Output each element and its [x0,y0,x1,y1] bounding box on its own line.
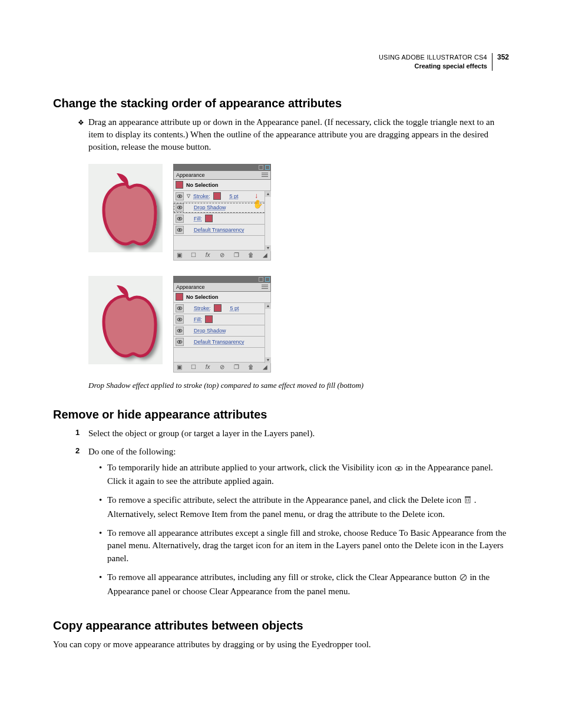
footer-duplicate-icon[interactable]: ❐ [233,252,240,259]
row-default-transparency[interactable]: Default Transparency [173,337,271,348]
svg-line-23 [461,575,465,579]
bullet-clear-appearance: To remove all appearance attributes, inc… [99,571,509,598]
default-transparency-label[interactable]: Default Transparency [194,339,244,345]
footer-swatch-icon[interactable]: ☐ [190,252,197,259]
running-head-title: USING ADOBE ILLUSTRATOR CS4 [379,53,487,62]
svg-point-9 [179,307,181,309]
svg-point-13 [179,330,181,331]
stroke-label[interactable]: Stroke: [194,305,211,311]
footer-resize-icon[interactable]: ◢ [262,364,269,371]
drop-shadow-label[interactable]: Drop Shadow [194,328,226,334]
visibility-toggle[interactable] [176,304,184,312]
svg-point-1 [179,195,181,197]
no-selection-swatch [176,181,183,189]
panel-title-row: Appearance [173,171,271,180]
drag-arrow-icon: ↓ [254,192,258,200]
stroke-swatch[interactable] [214,304,222,312]
scroll-up-icon[interactable]: ▴ [265,303,271,309]
grab-cursor-icon: ✋ [253,199,263,209]
footer-new-art-icon[interactable]: ▣ [176,252,183,259]
panel-close-icon[interactable] [265,277,270,282]
row-no-selection[interactable]: No Selection [173,292,271,303]
page: USING ADOBE ILLUSTRATOR CS4 Creating spe… [0,0,562,693]
panel-scrollbar[interactable]: ▴ ▾ [265,303,271,363]
visibility-toggle[interactable] [176,215,184,223]
footer-fx-icon[interactable]: fx [204,364,211,371]
panel-close-icon[interactable] [265,165,270,170]
svg-point-3 [179,206,181,208]
panel-tabbar [173,276,271,283]
stroke-value[interactable]: 5 pt [230,193,239,199]
row-default-transparency[interactable]: Default Transparency [173,225,271,236]
footer-delete-icon[interactable]: 🗑 [247,252,254,259]
step-2-intro: Do one of the following: [88,446,509,458]
visibility-toggle[interactable] [176,192,184,200]
panel-collapse-icon[interactable] [259,277,263,282]
panel-footer: ▣ ☐ fx ⊘ ❐ 🗑 ◢ [173,362,271,373]
scroll-down-icon[interactable]: ▾ [265,245,271,251]
no-selection-swatch [176,293,183,301]
drop-shadow-label[interactable]: Drop Shadow [194,205,226,210]
footer-resize-icon[interactable]: ◢ [262,252,269,259]
step-1: Select the object or group (or target a … [88,427,509,440]
artwork-apple-stroke-shadow [88,164,163,252]
fill-label[interactable]: Fill: [194,317,202,322]
bullet-remove-specific: To remove a specific attribute, select t… [99,494,509,521]
svg-point-5 [179,218,181,219]
delete-icon [464,495,471,508]
no-selection-label: No Selection [186,294,219,300]
bullet-reduce-basic: To remove all appearance attributes exce… [99,527,509,565]
footer-new-art-icon[interactable]: ▣ [176,364,183,371]
clear-appearance-icon [459,572,467,585]
svg-point-7 [179,229,181,230]
footer-swatch-icon[interactable]: ☐ [190,364,197,371]
footer-delete-icon[interactable]: 🗑 [247,364,254,371]
panel-scrollbar[interactable]: ▴ ▾ [265,191,271,251]
svg-point-17 [398,467,400,470]
panel-menu-icon[interactable] [262,285,268,289]
visibility-toggle[interactable] [176,327,184,335]
stacking-order-text: Drag an appearance attribute up or down … [88,117,494,151]
row-no-selection[interactable]: No Selection [173,180,271,191]
footer-duplicate-icon[interactable]: ❐ [233,364,240,371]
visibility-toggle[interactable] [176,315,184,324]
panel-title-text: Appearance [176,172,205,178]
row-fill[interactable]: Fill: [173,314,271,325]
visibility-toggle[interactable] [176,338,184,346]
figure-appearance-panels: Appearance No Selection ▽ Stroke: [88,164,509,373]
panel-title-text: Appearance [176,284,205,290]
stroke-value[interactable]: 5 pt [230,305,239,311]
panel-menu-icon[interactable] [262,173,268,177]
figure-row-bottom: Appearance No Selection Stroke: 5 pt [88,276,509,373]
svg-point-11 [179,318,181,320]
row-drop-shadow[interactable]: Drop Shadow fx [173,325,271,337]
scroll-up-icon[interactable]: ▴ [265,191,271,197]
default-transparency-label[interactable]: Default Transparency [194,227,244,233]
panel-tabbar [173,164,271,171]
footer-fx-icon[interactable]: fx [204,252,211,259]
visibility-toggle[interactable] [176,203,184,212]
diamond-bullet-icon: ❖ [78,118,84,128]
svg-rect-18 [465,498,470,503]
visibility-toggle[interactable] [176,226,184,234]
running-head-rule [492,53,492,71]
scroll-down-icon[interactable]: ▾ [265,357,271,363]
apple-shape-top [88,164,163,252]
fill-swatch[interactable] [205,315,213,323]
row-fill[interactable]: Fill: [173,213,271,225]
step-2: Do one of the following: To temporarily … [88,446,509,598]
svg-rect-19 [465,496,471,498]
footer-clear-icon[interactable]: ⊘ [219,364,226,371]
stroke-label[interactable]: Stroke: [193,193,210,199]
visibility-icon [395,463,403,476]
fill-label[interactable]: Fill: [194,216,202,222]
copy-attributes-paragraph: You can copy or move appearance attribut… [53,638,509,651]
step-1-text: Select the object or group (or target a … [88,427,509,440]
no-selection-label: No Selection [186,182,219,188]
panel-collapse-icon[interactable] [259,165,263,170]
row-stroke[interactable]: Stroke: 5 pt [173,303,271,314]
artwork-apple-fill-shadow [88,276,163,364]
stroke-swatch[interactable] [213,192,221,200]
fill-swatch[interactable] [205,215,213,222]
footer-clear-icon[interactable]: ⊘ [219,252,226,259]
